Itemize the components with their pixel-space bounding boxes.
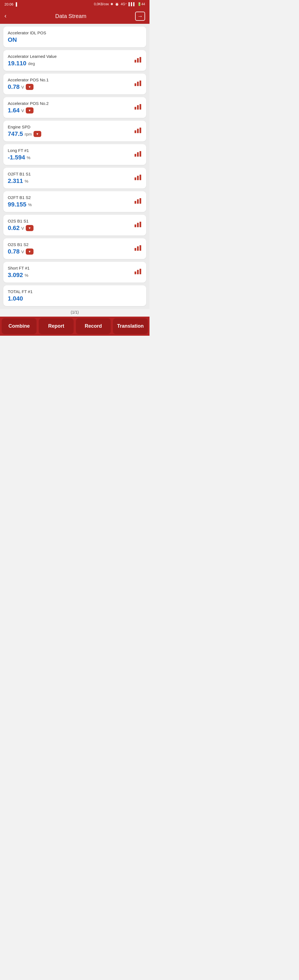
- data-card-accelerator-learned-value: Accelerator Learned Value19.110deg: [3, 50, 146, 71]
- back-button[interactable]: ‹: [5, 13, 6, 20]
- network-speed: 0,0KB/сек: [94, 2, 109, 6]
- battery-icon: 🔋44: [137, 2, 145, 6]
- lte-icon: 4G⁺: [121, 2, 127, 6]
- data-card-accelerator-pos-no1: Accelerator POS No.10.78V: [3, 74, 146, 94]
- card-value-accelerator-idl-pos: ON: [8, 36, 17, 43]
- card-left-o2s-b1-s1: O2S B1 S10.62V: [8, 219, 33, 232]
- card-left-engine-spd: Engine SPD747.5rpm: [8, 124, 41, 138]
- data-card-short-ft-1: Short FT #13.092%: [3, 262, 146, 283]
- card-label-total-ft-1: TOTAL FT #1: [8, 289, 32, 294]
- card-left-accelerator-pos-no1: Accelerator POS No.10.78V: [8, 78, 49, 91]
- card-unit-accelerator-pos-no1: V: [21, 85, 24, 89]
- card-unit-accelerator-pos-no2: V: [21, 108, 24, 113]
- card-value-o2s-b1-s1: 0.62: [8, 224, 20, 232]
- card-unit-engine-spd: rpm: [25, 132, 32, 137]
- card-left-accelerator-pos-no2: Accelerator POS No.21.64V: [8, 101, 49, 114]
- bottom-tab-record[interactable]: Record: [76, 318, 111, 334]
- bottom-navigation: CombineReportRecordTranslation: [0, 317, 150, 336]
- card-value-row-accelerator-pos-no1: 0.78V: [8, 83, 49, 91]
- dropdown-button-o2s-b1-s2[interactable]: [26, 248, 33, 255]
- card-value-row-short-ft-1: 3.092%: [8, 272, 30, 279]
- card-value-row-o2s-b1-s1: 0.62V: [8, 224, 33, 232]
- svg-rect-7: [137, 105, 139, 110]
- svg-rect-5: [140, 81, 141, 86]
- data-card-total-ft-1: TOTAL FT #11.040: [3, 285, 146, 306]
- chart-icon-accelerator-learned-value[interactable]: [134, 56, 142, 65]
- card-label-accelerator-pos-no1: Accelerator POS No.1: [8, 78, 49, 82]
- card-value-row-o2ft-b1-s2: 99.155%: [8, 201, 32, 208]
- bottom-tab-translation[interactable]: Translation: [113, 318, 148, 334]
- svg-rect-2: [140, 57, 141, 62]
- card-value-total-ft-1: 1.040: [8, 295, 23, 302]
- chart-icon-long-ft-1[interactable]: [134, 151, 142, 159]
- svg-rect-26: [140, 245, 141, 251]
- pagination-label: (1/1): [71, 310, 79, 314]
- card-unit-o2s-b1-s2: V: [21, 249, 24, 254]
- card-unit-long-ft-1: %: [27, 155, 30, 160]
- chart-icon-o2ft-b1-s2[interactable]: [134, 197, 142, 206]
- bottom-tab-report[interactable]: Report: [39, 318, 74, 334]
- chart-icon-short-ft-1[interactable]: [134, 268, 142, 277]
- data-card-o2ft-b1-s2: O2FT B1 S299.155%: [3, 191, 146, 212]
- chart-icon-o2s-b1-s1[interactable]: [134, 221, 142, 229]
- card-unit-short-ft-1: %: [25, 273, 28, 278]
- data-card-o2s-b1-s1: O2S B1 S10.62V: [3, 215, 146, 235]
- data-card-accelerator-idl-pos: Accelerator IDL POSON: [3, 27, 146, 47]
- bluetooth-icon: ✱: [110, 2, 113, 6]
- export-button[interactable]: →: [135, 12, 145, 21]
- card-value-accelerator-pos-no1: 0.78: [8, 83, 20, 91]
- svg-rect-27: [135, 272, 136, 274]
- chart-icon-accelerator-pos-no1[interactable]: [134, 80, 142, 88]
- card-value-accelerator-pos-no2: 1.64: [8, 107, 20, 114]
- chart-icon-engine-spd[interactable]: [134, 127, 142, 135]
- data-card-engine-spd: Engine SPD747.5rpm: [3, 121, 146, 142]
- card-label-accelerator-learned-value: Accelerator Learned Value: [8, 54, 57, 59]
- chart-icon-accelerator-pos-no2[interactable]: [134, 103, 142, 112]
- card-value-short-ft-1: 3.092: [8, 272, 23, 279]
- card-label-long-ft-1: Long FT #1: [8, 148, 30, 153]
- card-value-o2ft-b1-s2: 99.155: [8, 201, 26, 208]
- chart-icon-o2s-b1-s2[interactable]: [134, 245, 142, 253]
- data-card-o2ft-b1-s1: O2FT B1 S12.311%: [3, 168, 146, 188]
- card-value-row-o2s-b1-s2: 0.78V: [8, 248, 33, 255]
- status-bar: 20:06 ▐ 0,0KB/сек ✱ ⏰ 4G⁺ ▌▌▌ 🔋44: [0, 0, 150, 8]
- svg-rect-6: [135, 107, 136, 110]
- svg-rect-17: [140, 175, 141, 180]
- svg-rect-8: [140, 104, 141, 110]
- card-value-row-long-ft-1: -1.594%: [8, 154, 30, 161]
- svg-rect-15: [135, 177, 136, 180]
- alarm-icon: ⏰: [115, 2, 119, 6]
- svg-rect-4: [137, 82, 139, 86]
- card-unit-o2s-b1-s1: V: [21, 226, 24, 231]
- chart-icon-o2ft-b1-s1[interactable]: [134, 174, 142, 182]
- page-title: Data Stream: [6, 13, 135, 19]
- top-navigation: ‹ Data Stream →: [0, 8, 150, 24]
- status-time: 20:06 ▐: [5, 2, 17, 6]
- svg-rect-20: [140, 198, 141, 204]
- card-value-row-accelerator-pos-no2: 1.64V: [8, 107, 49, 114]
- svg-rect-24: [135, 248, 136, 251]
- dropdown-button-accelerator-pos-no1[interactable]: [26, 84, 33, 90]
- card-left-total-ft-1: TOTAL FT #11.040: [8, 289, 32, 302]
- dropdown-button-engine-spd[interactable]: [33, 131, 41, 137]
- content-area: Accelerator IDL POSONAccelerator Learned…: [0, 24, 150, 309]
- dropdown-button-o2s-b1-s1[interactable]: [26, 225, 33, 231]
- svg-rect-1: [137, 58, 139, 62]
- card-left-o2s-b1-s2: O2S B1 S20.78V: [8, 242, 33, 255]
- dropdown-button-accelerator-pos-no2[interactable]: [26, 107, 33, 113]
- card-left-short-ft-1: Short FT #13.092%: [8, 266, 30, 279]
- svg-rect-11: [140, 127, 141, 133]
- card-left-o2ft-b1-s1: O2FT B1 S12.311%: [8, 172, 31, 185]
- card-value-long-ft-1: -1.594: [8, 154, 25, 161]
- svg-rect-12: [135, 154, 136, 157]
- card-unit-o2ft-b1-s1: %: [25, 179, 28, 183]
- card-label-o2ft-b1-s1: O2FT B1 S1: [8, 172, 31, 176]
- svg-rect-14: [140, 151, 141, 157]
- card-value-accelerator-learned-value: 19.110: [8, 60, 26, 67]
- svg-rect-23: [140, 222, 141, 227]
- bottom-tab-combine[interactable]: Combine: [2, 318, 37, 334]
- card-left-accelerator-learned-value: Accelerator Learned Value19.110deg: [8, 54, 57, 67]
- wifi-icon: ▌▌▌: [129, 2, 136, 6]
- card-label-short-ft-1: Short FT #1: [8, 266, 30, 270]
- svg-rect-3: [135, 83, 136, 86]
